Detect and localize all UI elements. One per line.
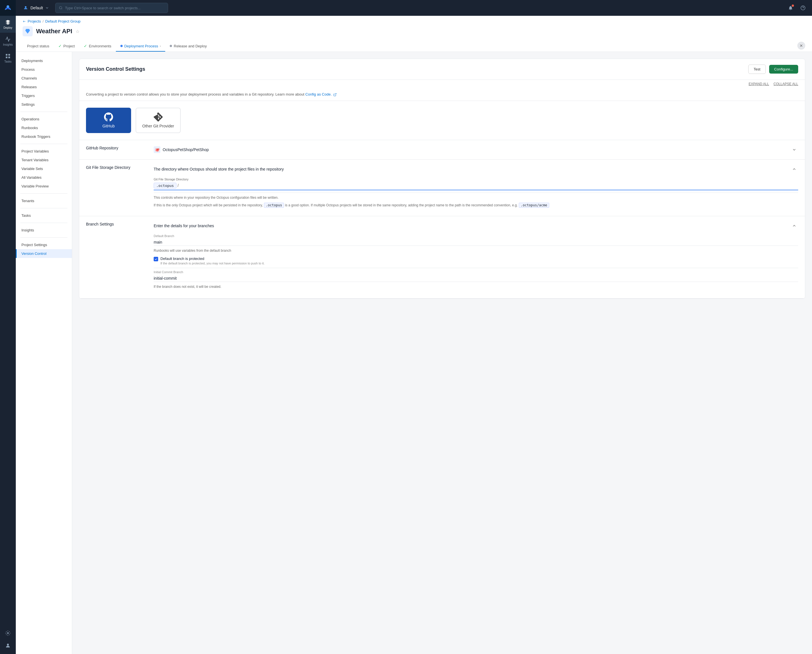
sidebar-item-process[interactable]: Process bbox=[16, 65, 72, 74]
breadcrumb: Projects / Default Project Group bbox=[23, 19, 805, 23]
git-icon bbox=[154, 113, 163, 122]
left-sidebar: Deployments Process Channels Releases Tr… bbox=[16, 52, 72, 654]
tabs-end: ✕ bbox=[211, 42, 805, 51]
sidebar-item-runbooks[interactable]: Runbooks bbox=[16, 124, 72, 132]
content-area: Projects / Default Project Group Weather… bbox=[16, 16, 812, 654]
github-repo-label-col: GitHub Repository bbox=[79, 140, 147, 159]
sidebar-item-variable-sets[interactable]: Variable Sets bbox=[16, 164, 72, 173]
sidebar-item-variable-preview[interactable]: Variable Preview bbox=[16, 182, 72, 191]
breadcrumb-group[interactable]: Default Project Group bbox=[45, 19, 81, 23]
sidebar-item-tasks[interactable]: Tasks bbox=[16, 211, 72, 220]
initial-commit-input[interactable] bbox=[154, 275, 798, 282]
sidebar-tasks[interactable]: Tasks bbox=[0, 50, 16, 67]
expand-collapse-row: EXPAND ALL COLLAPSE ALL bbox=[79, 80, 805, 88]
git-info2-part2: is a good option. If multiple Octopus pr… bbox=[285, 203, 518, 207]
github-repo-summary: 🐙 OctopusPetShop/PetShop bbox=[154, 146, 209, 153]
svg-point-10 bbox=[60, 6, 62, 9]
branch-settings-chevron[interactable] bbox=[790, 222, 798, 230]
sidebar-bottom bbox=[0, 628, 16, 654]
sidebar-divider-3 bbox=[20, 193, 67, 194]
protected-branch-sublabel: If the default branch is protected, you … bbox=[161, 261, 265, 266]
svg-point-7 bbox=[7, 633, 9, 634]
svg-point-9 bbox=[25, 6, 26, 8]
project-selector[interactable]: Default bbox=[20, 4, 52, 12]
protected-branch-label-group: Default branch is protected If the defau… bbox=[161, 257, 265, 266]
settings-icon[interactable] bbox=[3, 628, 13, 638]
sidebar-deploy[interactable]: Deploy bbox=[0, 16, 16, 33]
sidebar-item-triggers[interactable]: Triggers bbox=[16, 91, 72, 100]
sidebar-item-project-settings[interactable]: Project Settings bbox=[16, 240, 72, 249]
git-file-storage-row: Git File Storage Directory The directory… bbox=[79, 160, 805, 216]
svg-rect-6 bbox=[8, 57, 10, 58]
tab-project-label: Project bbox=[63, 44, 75, 48]
config-as-code-link[interactable]: Config as Code. bbox=[305, 92, 332, 96]
sidebar-item-deployments[interactable]: Deployments bbox=[16, 57, 72, 65]
app-logo[interactable] bbox=[0, 0, 16, 16]
sidebar-item-channels[interactable]: Channels bbox=[16, 74, 72, 83]
tab-deployment-label: Deployment Process bbox=[124, 44, 158, 48]
sidebar-item-tenants[interactable]: Tenants bbox=[16, 197, 72, 205]
user-icon[interactable] bbox=[3, 640, 13, 651]
protected-branch-checkbox[interactable] bbox=[154, 257, 158, 261]
protected-branch-label: Default branch is protected bbox=[161, 257, 265, 261]
tab-project-status[interactable]: Project status bbox=[23, 41, 54, 52]
expand-all-link[interactable]: EXPAND ALL bbox=[749, 82, 769, 86]
tab-chevron-icon: › bbox=[160, 44, 161, 47]
github-label: GitHub bbox=[102, 124, 115, 128]
sidebar-item-settings[interactable]: Settings bbox=[16, 100, 72, 109]
external-link-icon bbox=[333, 93, 336, 96]
git-info2: If this is the only Octopus project whic… bbox=[154, 203, 798, 208]
protected-branch-row: Default branch is protected If the defau… bbox=[154, 257, 798, 266]
sidebar-item-insights[interactable]: Insights bbox=[16, 226, 72, 235]
git-info2-part1: If this is the only Octopus project whic… bbox=[154, 203, 263, 207]
help-button[interactable] bbox=[798, 3, 807, 12]
git-path-row: .octopus / bbox=[154, 183, 798, 190]
sidebar-insights[interactable]: Insights bbox=[0, 33, 16, 50]
github-repo-chevron[interactable] bbox=[790, 146, 798, 154]
sidebar-item-all-variables[interactable]: All Variables bbox=[16, 173, 72, 182]
search-bar[interactable] bbox=[55, 3, 168, 13]
git-file-chevron[interactable] bbox=[790, 165, 798, 173]
branch-runbooks-info: Runbooks will use variables from the def… bbox=[154, 248, 798, 253]
path-sep: / bbox=[177, 183, 179, 188]
branch-settings-content: Enter the details for your branches bbox=[147, 216, 805, 298]
branch-settings-header: Enter the details for your branches bbox=[154, 222, 798, 230]
default-branch-field: Default Branch Runbooks will use variabl… bbox=[154, 234, 798, 253]
other-git-provider-card[interactable]: Other Git Provider bbox=[136, 108, 181, 133]
sidebar-item-releases[interactable]: Releases bbox=[16, 83, 72, 91]
github-provider-card[interactable]: GitHub bbox=[86, 108, 131, 133]
tab-environments[interactable]: ✓ Environments bbox=[79, 41, 116, 52]
configure-button[interactable]: Configure... bbox=[769, 65, 798, 73]
sidebar-item-runbook-triggers[interactable]: Runbook Triggers bbox=[16, 132, 72, 141]
tabs-row: Project status ✓ Project ✓ Environments … bbox=[23, 41, 805, 52]
git-info2-code2: .octopus/acme bbox=[519, 203, 549, 208]
two-col: Deployments Process Channels Releases Tr… bbox=[16, 52, 812, 654]
default-branch-input[interactable] bbox=[154, 239, 798, 246]
tab-release-deploy[interactable]: Release and Deploy bbox=[165, 41, 211, 52]
branch-settings-summary: Enter the details for your branches bbox=[154, 223, 214, 228]
search-input[interactable] bbox=[65, 6, 165, 10]
svg-rect-4 bbox=[8, 54, 10, 55]
sidebar-item-project-variables[interactable]: Project Variables bbox=[16, 147, 72, 156]
sidebar-divider-4 bbox=[20, 208, 67, 208]
sidebar-item-version-control[interactable]: Version Control bbox=[16, 249, 72, 258]
collapse-all-link[interactable]: COLLAPSE ALL bbox=[774, 82, 798, 86]
tab-close-button[interactable]: ✕ bbox=[797, 42, 805, 50]
sidebar-section-3: Project Variables Tenant Variables Varia… bbox=[16, 147, 72, 191]
sidebar-item-operations[interactable]: Operations bbox=[16, 115, 72, 124]
tab-project[interactable]: ✓ Project bbox=[54, 41, 79, 52]
main-container: Default bbox=[16, 0, 812, 654]
breadcrumb-projects[interactable]: Projects bbox=[28, 19, 41, 23]
notifications-button[interactable] bbox=[786, 3, 795, 12]
header-actions: Test Configure... bbox=[748, 64, 798, 74]
project-icon bbox=[23, 26, 33, 37]
test-button[interactable]: Test bbox=[748, 64, 766, 74]
star-button[interactable]: ☆ bbox=[76, 29, 80, 34]
card-header: Version Control Settings Test Configure.… bbox=[79, 59, 805, 80]
branch-divider bbox=[154, 268, 798, 268]
sidebar-icons: Deploy Insights Tasks bbox=[0, 0, 16, 654]
github-repo-row: GitHub Repository 🐙 OctopusPetShop/PetSh… bbox=[79, 140, 805, 160]
sidebar-divider-5 bbox=[20, 223, 67, 223]
tab-deployment-process[interactable]: Deployment Process › bbox=[116, 41, 165, 52]
sidebar-item-tenant-variables[interactable]: Tenant Variables bbox=[16, 156, 72, 164]
